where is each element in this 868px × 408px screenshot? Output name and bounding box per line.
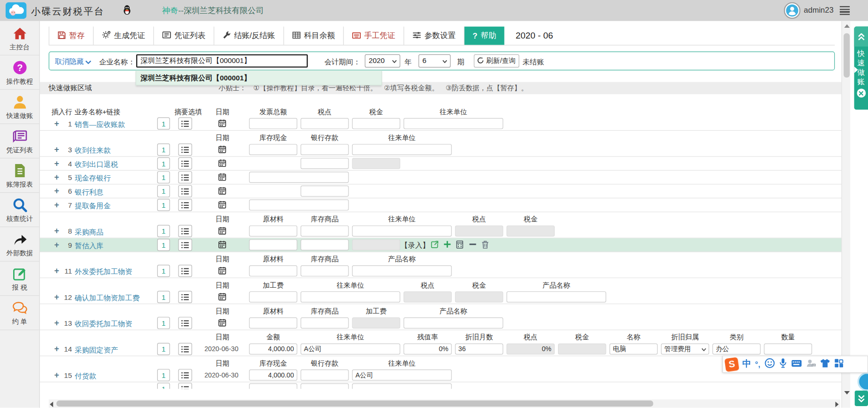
cell-input[interactable] bbox=[249, 144, 297, 155]
summary-button[interactable] bbox=[178, 143, 192, 156]
summary-button[interactable] bbox=[178, 369, 192, 381]
cell-input[interactable] bbox=[249, 226, 297, 237]
line-count-box[interactable]: 1 bbox=[157, 265, 170, 277]
cell-input[interactable] bbox=[249, 199, 349, 211]
avatar[interactable] bbox=[784, 2, 800, 21]
summary-button[interactable] bbox=[178, 239, 192, 251]
business-link[interactable]: 销售—应收账款 bbox=[75, 120, 125, 130]
summary-button[interactable] bbox=[178, 291, 192, 303]
add-icon[interactable] bbox=[443, 240, 451, 250]
cell-input[interactable]: 4,000.00 bbox=[249, 369, 297, 381]
line-count-box[interactable]: 1 bbox=[157, 185, 170, 197]
skin-icon[interactable] bbox=[820, 359, 830, 370]
cell-input[interactable] bbox=[352, 118, 401, 129]
sidebar-item-external-data[interactable]: 外部数据 bbox=[0, 227, 39, 261]
line-count-box[interactable]: 1 bbox=[157, 343, 170, 355]
cancel-hide-link[interactable]: 取消隐藏 bbox=[55, 56, 92, 66]
cell-input[interactable] bbox=[352, 266, 452, 277]
summary-button[interactable] bbox=[178, 383, 192, 389]
cell-input[interactable] bbox=[301, 158, 349, 169]
business-link[interactable]: 收回委托加工物资 bbox=[75, 319, 132, 329]
voucher-list-button[interactable]: 凭证列表 bbox=[154, 27, 214, 45]
help-button[interactable]: ? 帮助 bbox=[465, 27, 505, 45]
entry-link[interactable]: 【录入】 bbox=[401, 240, 429, 250]
settings-button[interactable]: 参数设置 bbox=[404, 27, 464, 45]
apps-icon[interactable] bbox=[834, 359, 844, 370]
keyboard-icon[interactable] bbox=[791, 359, 802, 369]
punctuation-icon[interactable]: °, bbox=[755, 360, 760, 369]
date-picker-icon[interactable] bbox=[218, 119, 226, 129]
minus-icon[interactable] bbox=[469, 240, 477, 250]
date-picker-icon[interactable] bbox=[218, 145, 226, 156]
cell-input[interactable]: 0% bbox=[403, 344, 452, 355]
cell-input[interactable] bbox=[352, 384, 452, 389]
cell-input[interactable] bbox=[249, 266, 297, 277]
sidebar-item-dashboard[interactable]: 主控台 bbox=[0, 21, 39, 55]
cell-input[interactable] bbox=[301, 118, 349, 129]
sogou-logo-icon[interactable]: S bbox=[724, 357, 739, 372]
cell-input[interactable] bbox=[403, 118, 503, 129]
sidebar-item-quick-entry[interactable]: 快速做账 bbox=[0, 90, 39, 124]
microphone-icon[interactable] bbox=[779, 358, 787, 370]
emoji-icon[interactable] bbox=[764, 358, 775, 370]
sidebar-item-voucher-list[interactable]: 凭证列表 bbox=[0, 124, 39, 158]
qq-icon[interactable] bbox=[123, 5, 132, 17]
line-count-box[interactable]: 1 bbox=[157, 118, 170, 130]
business-link[interactable]: 暂估入库 bbox=[75, 241, 103, 251]
business-link[interactable]: 确认加工物资加工费 bbox=[75, 293, 140, 303]
cell-input[interactable]: 4,000.00 bbox=[249, 344, 297, 355]
date-picker-icon[interactable] bbox=[218, 319, 226, 329]
cell-input[interactable] bbox=[301, 239, 349, 251]
cell-input[interactable] bbox=[352, 144, 452, 155]
chevrons-down-icon[interactable] bbox=[855, 391, 868, 406]
cell-input[interactable] bbox=[249, 384, 297, 389]
summary-button[interactable] bbox=[178, 118, 192, 130]
date-picker-icon[interactable] bbox=[218, 201, 226, 211]
year-select[interactable]: 2020 bbox=[365, 54, 400, 67]
vertical-scroll-thumb[interactable] bbox=[844, 33, 850, 78]
business-link[interactable]: 提取备用金 bbox=[75, 201, 111, 211]
export-icon[interactable] bbox=[431, 240, 439, 251]
date-picker-icon[interactable] bbox=[218, 292, 226, 303]
summary-button[interactable] bbox=[178, 317, 192, 329]
sidebar-item-tax-filing[interactable]: 报 税 bbox=[0, 261, 39, 296]
cell-input[interactable] bbox=[301, 226, 349, 237]
scroll-right-arrow[interactable] bbox=[835, 401, 838, 407]
line-count-box[interactable]: 1 bbox=[157, 291, 170, 303]
menu-icon[interactable] bbox=[840, 6, 850, 16]
business-link[interactable]: 收到往来款 bbox=[75, 146, 111, 156]
sidebar-item-appointment[interactable]: 约 单 bbox=[0, 296, 39, 330]
cell-input[interactable]: A公司 bbox=[301, 344, 400, 355]
summary-button[interactable] bbox=[178, 265, 192, 277]
refresh-query-button[interactable]: 刷新/查询 bbox=[474, 54, 519, 67]
vertical-scrollbar[interactable] bbox=[841, 21, 850, 408]
manual-voucher-button[interactable]: 手工凭证 bbox=[344, 27, 404, 45]
date-picker-icon[interactable] bbox=[218, 173, 226, 183]
closing-button[interactable]: 结账/反结账 bbox=[214, 27, 284, 45]
business-link[interactable]: 外发委托加工物资 bbox=[75, 267, 132, 277]
line-count-box[interactable]: 1 bbox=[157, 239, 170, 251]
line-count-box[interactable]: 1 bbox=[157, 143, 170, 156]
cell-input[interactable] bbox=[301, 144, 349, 155]
cell-input[interactable] bbox=[249, 317, 297, 329]
summary-button[interactable] bbox=[178, 225, 192, 237]
summary-button[interactable] bbox=[178, 185, 192, 197]
cell-input[interactable] bbox=[301, 369, 349, 381]
sidebar-item-audit-stats[interactable]: 核查统计 bbox=[0, 193, 39, 227]
date-picker-icon[interactable] bbox=[218, 159, 226, 169]
summary-button[interactable] bbox=[178, 199, 192, 211]
cell-input[interactable] bbox=[249, 239, 297, 251]
date-picker-icon[interactable] bbox=[218, 240, 226, 251]
company-name-input[interactable] bbox=[136, 54, 308, 67]
business-link[interactable]: 现金存银行 bbox=[75, 173, 111, 183]
username[interactable]: admin23 bbox=[804, 6, 833, 15]
toolbox-icon[interactable]: 15 bbox=[806, 358, 815, 370]
line-count-box[interactable]: 1 bbox=[157, 383, 170, 389]
sidebar-item-ledger-reports[interactable]: 账簿报表 bbox=[0, 158, 39, 193]
cell-input[interactable] bbox=[249, 118, 297, 129]
cell-input[interactable] bbox=[764, 344, 812, 355]
cell-input[interactable]: 电脑 bbox=[610, 344, 658, 355]
line-count-box[interactable]: 1 bbox=[157, 171, 170, 183]
cell-input[interactable] bbox=[301, 266, 349, 277]
calculator-icon[interactable] bbox=[456, 240, 463, 251]
